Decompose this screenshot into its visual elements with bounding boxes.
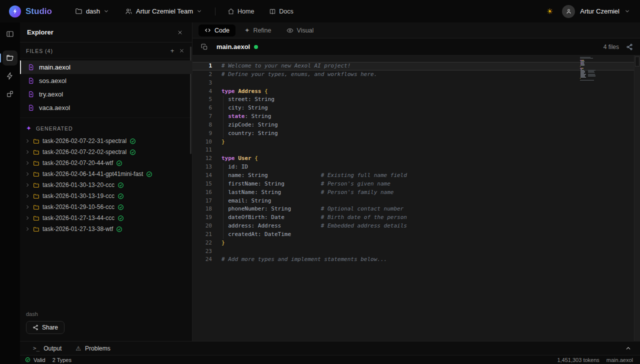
files-count: 4 files [604,44,619,50]
tab-visual[interactable]: Visual [280,24,320,36]
copy-icon[interactable] [200,42,210,52]
explorer-rail-button[interactable] [2,50,18,66]
check-circle-icon [118,204,124,210]
folder-icon [33,149,40,156]
app-logo: Studio [9,6,52,18]
task-name: task-2026-01-30-13-19-ccc [42,192,114,200]
code-line[interactable]: 23 [192,248,640,256]
extensions-rail-button[interactable] [2,86,18,102]
task-name: task-2026-01-30-13-20-ccc [42,182,114,188]
project-switcher[interactable]: dash [71,4,113,18]
code-line[interactable]: 11 [192,146,640,154]
minimap[interactable] [580,57,611,81]
code-line[interactable]: 15 firstName: String # Person's given na… [192,180,640,188]
check-circle-icon [146,171,152,178]
add-file-button[interactable]: + [168,46,177,56]
code-line[interactable]: 4type Address { [192,88,640,96]
generated-task-item[interactable]: task-2026-02-07-22-02-spectral [20,146,192,158]
generated-task-item[interactable]: task-2026-02-07-20-44-wtf [20,158,192,168]
docs-button[interactable]: Docs [266,5,296,18]
terminal-icon: >_ [33,345,40,352]
folder-icon [33,182,40,188]
code-editor[interactable]: 1# Welcome to your new Aexol AI project!… [192,56,640,341]
close-files-button[interactable] [177,46,186,56]
task-name: task-2026-02-07-20-44-wtf [42,160,113,166]
code-line[interactable]: 1# Welcome to your new Aexol AI project! [192,62,640,70]
code-line[interactable]: 6 city: String [192,104,640,112]
code-line[interactable]: 14 name: String # Existing full name fie… [192,172,640,180]
code-line[interactable]: 22} [192,239,640,248]
problems-tab[interactable]: ⚠ Problems [76,345,110,352]
code-line[interactable]: 8 zipCode: String [192,121,640,130]
file-icon [28,78,34,84]
user-menu[interactable]: Artur Czemiel [562,5,630,18]
status-bar: Valid 2 Types 1,451,303 tokens main.aexo… [20,355,640,364]
generated-task-item[interactable]: task-2026-01-27-13-44-ccc [20,212,192,224]
code-lines: 1# Welcome to your new Aexol AI project!… [192,62,640,264]
file-item[interactable]: vaca.aexol [20,101,192,114]
chevron-right-icon [25,150,30,154]
chevron-right-icon [25,172,30,176]
share-icon[interactable] [626,44,633,50]
code-line[interactable]: 3 [192,79,640,88]
code-line[interactable]: 20 address: Address # Embedded address d… [192,222,640,230]
file-item[interactable]: sos.aexol [20,74,192,88]
generated-task-item[interactable]: task-2026-01-29-10-56-ccc [20,202,192,212]
code-line[interactable]: 18 phoneNumber: String # Optional contac… [192,205,640,214]
folder-icon [33,204,40,210]
sparkles-icon: ✦ [244,26,250,34]
generated-task-item[interactable]: task-2026-01-27-13-38-wtf [20,224,192,234]
code-line[interactable]: 9 country: String [192,130,640,138]
tab-refine[interactable]: ✦ Refine [238,24,278,36]
code-line[interactable]: 17 email: String [192,197,640,206]
generated-task-item[interactable]: task-2026-02-07-22-31-spectral [20,136,192,146]
divider [215,8,216,16]
actions-rail-button[interactable] [2,68,18,84]
chevron-right-icon [25,204,30,210]
share-button[interactable]: Share [26,321,64,334]
file-item[interactable]: main.aexol [20,60,192,74]
toggle-sidebar-button[interactable] [2,26,18,42]
share-icon [32,324,38,330]
code-line[interactable]: 21 createdAt: DateTime [192,230,640,239]
folder-icon [33,193,40,200]
chevron-right-icon [25,138,30,144]
task-name: task-2026-02-07-22-02-spectral [42,148,126,156]
avatar [562,5,575,18]
home-label: Home [238,8,254,15]
code-line[interactable]: 10} [192,138,640,146]
generated-list: task-2026-02-07-22-31-spectral [20,136,192,234]
code-line[interactable]: 12type User { [192,154,640,163]
tab-code[interactable]: Code [198,24,236,36]
sparkles-icon: ✦ [26,125,32,132]
collapse-panel-button[interactable] [623,344,633,354]
explorer-panel: Explorer FILES (4) + [20,22,192,341]
scrollbar-thumb[interactable] [635,56,640,66]
code-line[interactable]: 24# Add more types and implement stateme… [192,256,640,264]
code-line[interactable]: 13 id: ID [192,163,640,172]
file-icon [28,91,34,98]
generated-task-item[interactable]: task-2026-01-30-13-19-ccc [20,190,192,202]
home-button[interactable]: Home [224,5,257,18]
team-icon [125,8,132,15]
editor-tab-bar: Code ✦ Refine Visual [192,22,640,38]
code-line[interactable]: 2# Define your types, enums, and workflo… [192,70,640,79]
file-name: vaca.aexol [39,104,70,112]
code-line[interactable]: 19 dateOfBirth: Date # Birth date of the… [192,214,640,222]
file-name: sos.aexol [39,77,66,84]
close-panel-button[interactable] [175,28,185,38]
file-name: main.aexol [39,64,70,71]
file-item[interactable]: try.aexol [20,88,192,101]
code-line[interactable]: 7 state: String [192,112,640,121]
output-tab[interactable]: >_ Output [33,345,62,352]
check-circle-icon [118,193,124,200]
generated-task-item[interactable]: task-2026-01-30-13-20-ccc [20,180,192,190]
theme-toggle[interactable]: ☀ [546,8,553,15]
blocks-icon [6,90,14,98]
chevron-right-icon [25,226,30,232]
tab-label: Refine [253,27,271,34]
code-line[interactable]: 16 lastName: String # Person's family na… [192,188,640,197]
team-switcher[interactable]: Artur Czemiel Team [121,4,206,18]
generated-task-item[interactable]: task-2026-02-06-14-41-gpt41mini-fast [20,168,192,180]
code-line[interactable]: 5 street: String [192,96,640,104]
